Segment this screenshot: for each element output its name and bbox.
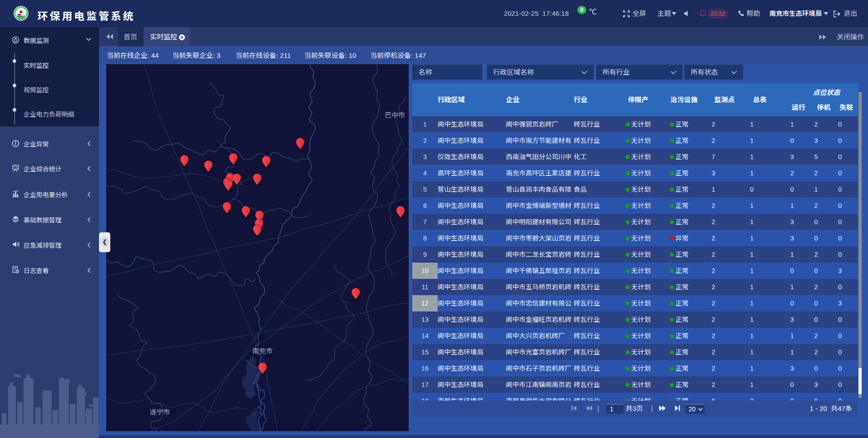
svg-text:巴中市: 巴中市: [385, 111, 405, 119]
svg-text:遂宁市: 遂宁市: [150, 408, 170, 416]
svg-text:南充市: 南充市: [252, 347, 273, 355]
